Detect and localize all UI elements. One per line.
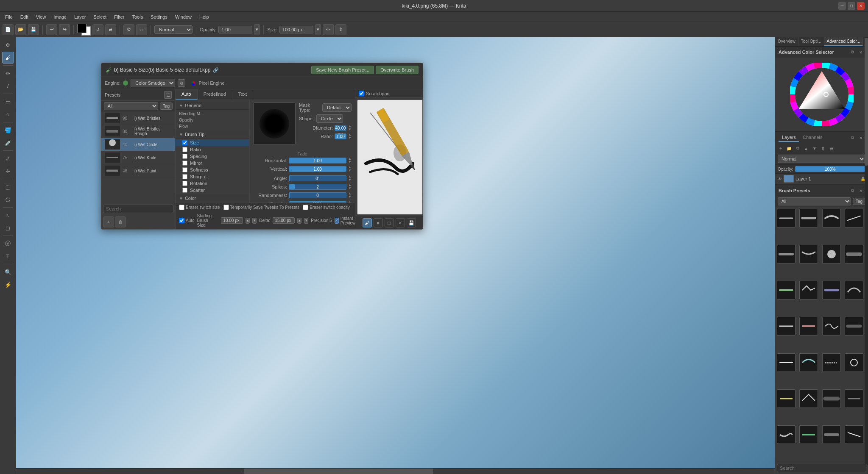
- param-scatter[interactable]: Scatter: [176, 187, 249, 194]
- preset-item-bristles-rough[interactable]: 80 i) Wet Bristles Rough: [101, 125, 175, 138]
- tool-rect[interactable]: ▭: [2, 96, 14, 108]
- layer-opacity-track[interactable]: 100%: [795, 166, 865, 172]
- tool-erase[interactable]: ◻: [2, 222, 14, 234]
- menu-settings[interactable]: Settings: [147, 14, 171, 20]
- bp-thumb-26[interactable]: [799, 425, 818, 444]
- layer-blend-select[interactable]: Normal: [778, 155, 865, 163]
- delta-input[interactable]: [273, 217, 295, 224]
- down-arrow[interactable]: ▼: [348, 169, 352, 172]
- spikes-track[interactable]: 2: [289, 184, 346, 190]
- tool-fill[interactable]: 🪣: [2, 124, 14, 136]
- layers-tab[interactable]: Layers: [779, 133, 799, 142]
- move-up-btn[interactable]: ▲: [802, 144, 810, 152]
- tool-ellipse[interactable]: ○: [2, 108, 14, 120]
- mirror-h[interactable]: ⇔: [323, 24, 334, 35]
- color-section-header[interactable]: ▼ Color: [176, 194, 249, 202]
- angle-track[interactable]: 0°: [289, 175, 346, 181]
- tool-select-poly[interactable]: ⬠: [2, 194, 14, 205]
- sharpness-checkbox[interactable]: [182, 174, 187, 179]
- mask-type-select[interactable]: Default: [322, 103, 352, 112]
- overwrite-preset-btn[interactable]: Overwrite Brush: [376, 66, 419, 74]
- close-adv-btn[interactable]: ✕: [857, 48, 865, 56]
- starting-size-input[interactable]: [221, 217, 243, 224]
- bp-thumb-16[interactable]: [845, 317, 863, 335]
- tag-button[interactable]: Tag: [160, 103, 173, 110]
- move-down-btn[interactable]: ▼: [811, 144, 818, 152]
- starting-size-down[interactable]: ▼: [252, 218, 257, 224]
- bp-thumb-25[interactable]: [777, 425, 795, 444]
- foreground-color[interactable]: [77, 24, 91, 36]
- search-input[interactable]: [103, 205, 173, 213]
- filter-select[interactable]: All: [104, 102, 158, 110]
- save-preset-btn[interactable]: Save New Brush Preset...: [311, 66, 374, 74]
- open-button[interactable]: 📂: [15, 24, 26, 35]
- rotation-checkbox[interactable]: [182, 181, 187, 186]
- menu-tools[interactable]: Tools: [129, 14, 147, 20]
- eraser-switch-cb[interactable]: [179, 205, 184, 210]
- delete-brush-btn[interactable]: 🗑: [115, 216, 126, 227]
- transform-tool[interactable]: ↔: [136, 24, 147, 35]
- tool-text[interactable]: T: [2, 250, 14, 262]
- bp-search-input[interactable]: [777, 464, 866, 472]
- preset-item-circle[interactable]: 40 i) Wet Circle: [101, 138, 175, 151]
- bp-thumb-15[interactable]: [822, 317, 841, 335]
- save-button[interactable]: 💾: [28, 24, 39, 35]
- bp-thumb-17[interactable]: [777, 353, 795, 372]
- bp-thumb-21[interactable]: [777, 389, 795, 408]
- close-presets-btn[interactable]: ✕: [857, 187, 865, 194]
- param-sharpness[interactable]: Sharpn...: [176, 173, 249, 180]
- tool-brush[interactable]: 🖌: [2, 52, 14, 64]
- scratch-save-btn[interactable]: 💾: [407, 218, 416, 227]
- tab-text[interactable]: Text: [232, 89, 253, 100]
- tool-select-rect[interactable]: ⬚: [2, 181, 14, 193]
- bp-thumb-23[interactable]: [822, 389, 841, 408]
- minimize-button[interactable]: ─: [838, 2, 846, 10]
- duplicate-layer-btn[interactable]: ⧉: [794, 144, 801, 152]
- preset-item-bristles[interactable]: 90 i) Wet Bristles: [101, 112, 175, 125]
- down-arrow[interactable]: ▼: [348, 136, 352, 140]
- param-ratio[interactable]: Ratio: [176, 146, 249, 153]
- bp-thumb-13[interactable]: [777, 317, 795, 335]
- down-arrow[interactable]: ▼: [348, 161, 352, 164]
- scratchpad-canvas[interactable]: [357, 100, 423, 215]
- tab-auto[interactable]: Auto: [176, 89, 198, 100]
- tool-transform[interactable]: ⤢: [2, 152, 14, 164]
- bp-filter-select[interactable]: All: [778, 197, 851, 205]
- bp-tag-button[interactable]: Tag: [853, 198, 865, 205]
- mirror-v[interactable]: ⇕: [335, 24, 346, 35]
- engine-select[interactable]: Color Smudge: [131, 79, 175, 87]
- menu-filter[interactable]: Filter: [111, 14, 128, 20]
- diameter-track[interactable]: 40.00 px: [335, 125, 346, 131]
- size-input[interactable]: 100.00 px: [279, 26, 313, 33]
- float-presets-btn[interactable]: ⧉: [848, 187, 856, 194]
- reset-colors[interactable]: ↺: [92, 24, 103, 35]
- redo-button[interactable]: ↪: [59, 24, 70, 35]
- mirror-checkbox[interactable]: [182, 161, 187, 166]
- opacity-chevron[interactable]: ▾: [254, 24, 260, 35]
- bp-thumb-7[interactable]: [822, 245, 841, 263]
- tool-smudge[interactable]: ≈: [2, 209, 14, 221]
- bp-thumb-14[interactable]: [799, 317, 818, 335]
- blend-mode-select[interactable]: Normal: [154, 25, 193, 34]
- layer-menu-btn[interactable]: ☰: [828, 144, 835, 152]
- eye-icon[interactable]: 👁: [778, 177, 782, 181]
- horizontal-track[interactable]: 1.00: [289, 158, 346, 164]
- tool-script[interactable]: ⚡: [2, 279, 14, 291]
- tool-eyedropper[interactable]: 💉: [2, 137, 14, 149]
- scatter-checkbox[interactable]: [182, 188, 187, 193]
- bp-thumb-2[interactable]: [799, 209, 818, 227]
- v-scrollbar[interactable]: [865, 37, 868, 465]
- bp-thumb-18[interactable]: [799, 353, 818, 372]
- bp-thumb-28[interactable]: [845, 425, 863, 444]
- shape-select[interactable]: Circle: [316, 114, 343, 123]
- temp-save-cb[interactable]: [223, 205, 229, 210]
- tool-line[interactable]: /: [2, 80, 14, 92]
- channels-tab[interactable]: Channels: [799, 133, 826, 142]
- bp-thumb-1[interactable]: [777, 209, 795, 227]
- param-mirror[interactable]: Mirror: [176, 160, 249, 166]
- swap-colors[interactable]: ⇄: [105, 24, 116, 35]
- bp-thumb-9[interactable]: [777, 281, 795, 299]
- tool-zoom[interactable]: ✥: [2, 39, 14, 51]
- bp-thumb-8[interactable]: [845, 245, 863, 263]
- tool-vector[interactable]: Ⓥ: [2, 238, 14, 249]
